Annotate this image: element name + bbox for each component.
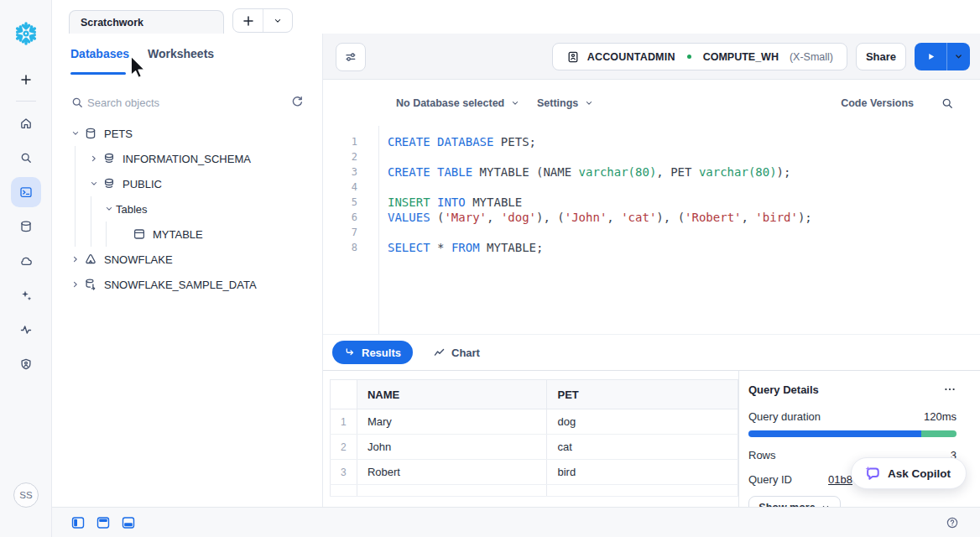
tab-results[interactable]: Results bbox=[332, 341, 413, 364]
tree-item-public[interactable]: PUBLIC bbox=[52, 171, 322, 196]
line-number: 6 bbox=[323, 210, 378, 225]
table-cell[interactable]: Robert bbox=[357, 460, 547, 485]
chevron-right-icon[interactable] bbox=[69, 278, 82, 291]
search-objects-input[interactable] bbox=[87, 92, 263, 112]
table-cell[interactable]: Mary bbox=[357, 409, 547, 435]
code-line: INSERT INTO MYTABLE bbox=[388, 195, 812, 210]
query-id-label: Query ID bbox=[748, 473, 792, 486]
row-number: 1 bbox=[331, 409, 357, 435]
run-options-button[interactable] bbox=[946, 43, 970, 70]
chevron-down-icon[interactable] bbox=[69, 127, 82, 140]
query-duration-bar bbox=[748, 430, 957, 437]
admin-icon bbox=[19, 357, 33, 371]
duration-bar-green bbox=[921, 430, 957, 437]
table-row[interactable]: 1Marydog bbox=[331, 409, 738, 435]
tab-menu-button[interactable] bbox=[263, 9, 292, 32]
line-number: 2 bbox=[323, 149, 378, 164]
table-cell[interactable]: John bbox=[357, 435, 547, 460]
table-row[interactable]: 2Johncat bbox=[331, 435, 738, 460]
ask-copilot-button[interactable]: Ask Copilot bbox=[851, 457, 967, 489]
rail-item-search[interactable] bbox=[11, 143, 41, 173]
rail-item-cloud[interactable] bbox=[11, 246, 41, 276]
database-selector[interactable]: No Database selected bbox=[396, 80, 520, 126]
table-cell[interactable]: bird bbox=[547, 460, 738, 485]
snowflake-logo-icon[interactable] bbox=[13, 20, 39, 47]
rail-item-home[interactable] bbox=[11, 108, 41, 138]
context-selector[interactable]: ACCOUNTADMIN COMPUTE_WH (X-Small) bbox=[552, 43, 847, 70]
panel-top-toggle-icon[interactable] bbox=[96, 516, 110, 529]
sql-code[interactable]: CREATE DATABASE PETS;CREATE TABLE MYTABL… bbox=[379, 126, 812, 334]
panel-left-toggle-icon[interactable] bbox=[71, 516, 85, 529]
share-button[interactable]: Share bbox=[856, 43, 906, 70]
code-line bbox=[388, 225, 812, 240]
results-table[interactable]: NAMEPET1Marydog2Johncat3Robertbird bbox=[330, 379, 738, 497]
table-header-row: NAMEPET bbox=[331, 380, 738, 409]
tree-item-tables[interactable]: Tables bbox=[52, 196, 322, 222]
help-button[interactable] bbox=[946, 508, 959, 537]
duration-bar-blue bbox=[748, 430, 921, 437]
show-more-button[interactable]: Show more bbox=[748, 496, 841, 507]
query-duration-value: 120ms bbox=[924, 410, 957, 423]
database-tree: PETSINFORMATION_SCHEMAPUBLICTablesMYTABL… bbox=[52, 121, 322, 297]
tree-item-information_schema[interactable]: INFORMATION_SCHEMA bbox=[52, 146, 322, 171]
sidebar-tabs: Databases Worksheets bbox=[52, 34, 322, 77]
chart-tab-label: Chart bbox=[451, 347, 480, 359]
rail-item-data[interactable] bbox=[11, 211, 41, 242]
worksheet-tab-title: Scratchwork bbox=[81, 17, 143, 29]
chevron-right-icon[interactable] bbox=[69, 253, 82, 266]
panel-bottom-toggle-icon[interactable] bbox=[122, 516, 135, 529]
tree-item-snowflake_sample_data[interactable]: SNOWFLAKE_SAMPLE_DATA bbox=[52, 272, 322, 297]
chevron-down-icon[interactable] bbox=[87, 177, 101, 190]
active-tab-underline bbox=[70, 72, 126, 75]
tree-item-mytable[interactable]: MYTABLE bbox=[52, 222, 322, 247]
left-nav-rail: SS bbox=[0, 0, 52, 537]
sql-editor[interactable]: 12345678 CREATE DATABASE PETS;CREATE TAB… bbox=[323, 126, 980, 334]
rail-item-ai-ml[interactable] bbox=[11, 280, 41, 310]
tree-item-label: PETS bbox=[104, 128, 133, 140]
chevron-down-icon[interactable] bbox=[102, 202, 116, 216]
tree-item-pets[interactable]: PETS bbox=[52, 121, 322, 146]
role-badge-icon bbox=[566, 50, 580, 64]
run-button[interactable] bbox=[915, 43, 946, 70]
settings-menu[interactable]: Settings bbox=[537, 80, 594, 126]
code-versions-button[interactable]: Code Versions bbox=[841, 80, 914, 126]
tree-item-snowflake[interactable]: SNOWFLAKE bbox=[52, 247, 322, 272]
query-id-link[interactable]: 01b8 bbox=[828, 473, 852, 486]
code-line bbox=[388, 149, 812, 164]
table-icon bbox=[133, 227, 146, 241]
tree-indent-guide bbox=[75, 146, 76, 247]
user-avatar[interactable]: SS bbox=[13, 482, 39, 508]
row-number: 2 bbox=[331, 435, 357, 460]
worksheet-tab[interactable]: Scratchwork bbox=[69, 10, 224, 34]
editor-search-button[interactable] bbox=[941, 80, 954, 126]
new-worksheet-button[interactable] bbox=[233, 9, 263, 32]
copilot-icon bbox=[863, 465, 881, 482]
rail-item-admin[interactable] bbox=[11, 349, 41, 379]
role-name: ACCOUNTADMIN bbox=[587, 51, 675, 63]
tree-item-label: SNOWFLAKE bbox=[104, 253, 173, 266]
snowsight-app: SS Scratchwork Databases Worksheets PETS… bbox=[0, 0, 980, 537]
chevron-right-icon[interactable] bbox=[87, 152, 101, 165]
refresh-icon[interactable] bbox=[290, 95, 304, 108]
tab-databases[interactable]: Databases bbox=[70, 47, 129, 60]
rail-item-projects[interactable] bbox=[11, 177, 41, 207]
rows-label: Rows bbox=[748, 449, 776, 461]
tree-item-label: MYTABLE bbox=[153, 228, 203, 241]
tab-chart[interactable]: Chart bbox=[433, 341, 480, 364]
row-number-header bbox=[331, 380, 357, 409]
rail-item-monitoring[interactable] bbox=[11, 315, 41, 345]
table-cell[interactable]: cat bbox=[547, 435, 738, 460]
search-icon bbox=[19, 151, 33, 164]
search-icon bbox=[70, 96, 84, 109]
database-selector-label: No Database selected bbox=[396, 97, 504, 109]
create-button[interactable] bbox=[11, 66, 41, 93]
display-settings-button[interactable] bbox=[336, 43, 366, 71]
column-header-name[interactable]: NAME bbox=[357, 380, 547, 409]
table-cell[interactable]: dog bbox=[547, 409, 738, 435]
column-header-pet[interactable]: PET bbox=[547, 380, 738, 409]
more-options-icon[interactable] bbox=[943, 383, 957, 396]
table-row[interactable]: 3Robertbird bbox=[331, 460, 738, 485]
settings-label: Settings bbox=[537, 97, 578, 109]
tab-worksheets[interactable]: Worksheets bbox=[148, 47, 214, 60]
line-number: 8 bbox=[323, 240, 378, 255]
